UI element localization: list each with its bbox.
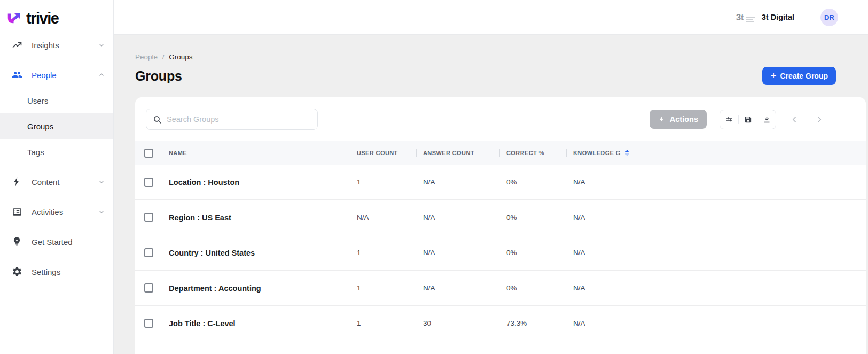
org-logo-lines — [746, 16, 755, 22]
row-checkbox-cell — [135, 283, 162, 293]
user-count-cell: 1 — [350, 319, 416, 327]
table-header: NAME USER COUNT ANSWER COUNT CORRECT % K… — [135, 141, 866, 165]
org-logo-text: 3t — [736, 13, 744, 22]
create-group-button[interactable]: + Create Group — [762, 67, 836, 85]
group-name-cell[interactable]: Job Title : C-Level — [162, 319, 350, 328]
row-checkbox[interactable] — [144, 248, 153, 257]
toolbar-right: Actions — [650, 110, 855, 129]
table-row[interactable]: Region : US East N/A N/A 0% N/A — [135, 200, 866, 235]
pagination-prev-button[interactable] — [788, 113, 801, 126]
brand-logo-text: trivie — [26, 10, 58, 27]
table-row[interactable]: Country : United States 1 N/A 0% N/A — [135, 235, 866, 271]
search-box — [146, 109, 318, 130]
answer-count-cell: N/A — [416, 178, 499, 186]
row-checkbox[interactable] — [144, 283, 153, 293]
sort-icon[interactable] — [625, 150, 629, 156]
plus-icon: + — [770, 71, 776, 81]
org-name[interactable]: 3t Digital — [762, 13, 794, 21]
app: { "brand": { "name": "trivie" }, "sideba… — [0, 0, 868, 354]
answer-count-cell: N/A — [416, 249, 499, 257]
sidebar-item-label: Activities — [32, 207, 63, 217]
answer-count-cell: N/A — [416, 284, 499, 292]
sidebar-item-label: People — [32, 71, 57, 80]
sidebar-subitem-label: Users — [27, 96, 48, 105]
org-logo[interactable]: 3t — [736, 13, 755, 22]
avatar[interactable]: DR — [820, 9, 838, 26]
table-row[interactable]: Department : Accounting 1 N/A 0% N/A — [135, 271, 866, 306]
user-count-cell: 1 — [350, 178, 416, 186]
correct-pct-cell: 0% — [499, 284, 566, 292]
sidebar-item-label: Get Started — [32, 237, 73, 247]
group-name-cell[interactable]: Region : US East — [162, 213, 350, 222]
header-checkbox-cell — [135, 149, 162, 158]
sidebar-item-activities[interactable]: Activities — [0, 199, 113, 225]
save-icon[interactable] — [739, 110, 757, 129]
table-row[interactable]: Job Title : C-Level 1 30 73.3% N/A — [135, 306, 866, 341]
group-name-cell[interactable]: Country : United States — [162, 249, 350, 257]
correct-pct-cell: 0% — [499, 213, 566, 221]
search-input[interactable] — [167, 115, 311, 124]
trivie-logo-icon — [7, 12, 21, 25]
list-icon — [12, 206, 22, 217]
chevron-down-icon — [98, 42, 105, 48]
correct-pct-cell: 73.3% — [499, 319, 566, 327]
column-label: USER COUNT — [357, 150, 398, 156]
group-name-cell[interactable]: Location : Houston — [162, 178, 350, 187]
column-label: CORRECT % — [506, 150, 544, 156]
chevron-up-icon — [98, 72, 105, 78]
sidebar-item-label: Content — [32, 178, 60, 187]
table-row[interactable]: Location : Houston 1 N/A 0% N/A — [135, 165, 866, 200]
row-checkbox[interactable] — [144, 213, 153, 222]
sidebar-item-label: Settings — [32, 267, 60, 276]
column-header-answer-count[interactable]: ANSWER COUNT — [416, 141, 499, 165]
brand-logo[interactable]: trivie — [0, 0, 113, 30]
column-header-knowledge[interactable]: KNOWLEDGE G — [566, 141, 647, 165]
correct-pct-cell: 0% — [499, 249, 566, 257]
sidebar-item-people[interactable]: People — [0, 62, 113, 88]
knowledge-cell: N/A — [566, 284, 647, 292]
chevron-down-icon — [98, 179, 105, 185]
column-header-name[interactable]: NAME — [162, 141, 350, 165]
column-header-correct-pct[interactable]: CORRECT % — [499, 141, 566, 165]
sidebar: trivie Insights People Users Groups — [0, 0, 114, 354]
sidebar-item-settings[interactable]: Settings — [0, 259, 113, 284]
sidebar-item-content[interactable]: Content — [0, 169, 113, 195]
page-content: People / Groups Groups + Create Group — [114, 35, 868, 354]
answer-count-cell: 30 — [416, 319, 499, 327]
actions-label: Actions — [670, 115, 698, 124]
table-body: Location : Houston 1 N/A 0% N/A Region :… — [135, 165, 866, 341]
breadcrumb-parent[interactable]: People — [135, 53, 158, 61]
sidebar-subitem-label: Groups — [27, 122, 53, 131]
actions-button[interactable]: Actions — [650, 110, 707, 129]
column-header-user-count[interactable]: USER COUNT — [350, 141, 416, 165]
column-label: KNOWLEDGE G — [573, 150, 621, 156]
knowledge-cell: N/A — [566, 319, 647, 327]
search-icon — [153, 115, 162, 124]
filter-sliders-icon[interactable] — [720, 110, 738, 129]
lightbulb-icon — [12, 236, 22, 247]
breadcrumb: People / Groups — [114, 53, 868, 61]
row-checkbox-cell — [135, 213, 162, 222]
answer-count-cell: N/A — [416, 213, 499, 221]
column-label: NAME — [169, 150, 187, 156]
gear-icon — [12, 266, 22, 277]
knowledge-cell: N/A — [566, 249, 647, 257]
select-all-checkbox[interactable] — [144, 149, 153, 158]
sidebar-item-label: Insights — [32, 41, 59, 50]
sidebar-item-insights[interactable]: Insights — [0, 32, 113, 58]
pagination-next-button[interactable] — [813, 113, 825, 126]
group-name-cell[interactable]: Department : Accounting — [162, 284, 350, 293]
knowledge-cell: N/A — [566, 178, 647, 186]
download-icon[interactable] — [757, 110, 776, 129]
sidebar-item-groups[interactable]: Groups — [0, 113, 113, 139]
row-checkbox[interactable] — [144, 319, 153, 328]
sidebar-item-tags[interactable]: Tags — [0, 139, 113, 165]
lightning-icon — [12, 176, 22, 187]
sidebar-item-get-started[interactable]: Get Started — [0, 229, 113, 255]
topbar: 3t 3t Digital DR — [114, 0, 868, 35]
sidebar-item-users[interactable]: Users — [0, 88, 113, 113]
trending-up-icon — [12, 40, 22, 50]
row-checkbox-cell — [135, 248, 162, 257]
row-checkbox[interactable] — [144, 178, 153, 187]
user-count-cell: N/A — [350, 213, 416, 221]
